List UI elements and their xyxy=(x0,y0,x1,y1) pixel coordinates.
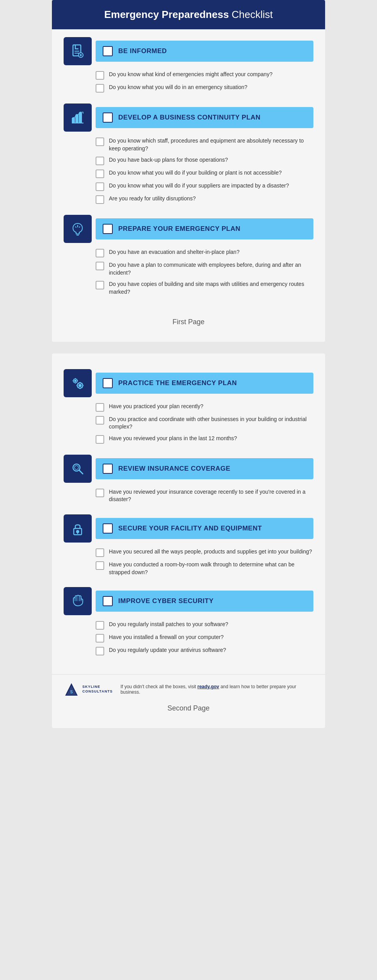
item-checkbox[interactable] xyxy=(96,71,104,80)
item-text: Do you have back-up plans for those oper… xyxy=(109,156,228,164)
item-text: Do you know what you will do if your sup… xyxy=(109,182,289,190)
section-title-bar: DEVELOP A BUSINESS CONTINUITY PLAN xyxy=(96,107,313,128)
be-informed-icon-box xyxy=(64,37,92,65)
item-text: Have you reviewed your plans in the last… xyxy=(109,435,237,443)
item-text: Do you know what you will do in an emerg… xyxy=(109,84,247,91)
section-title: PRACTICE THE EMERGENCY PLAN xyxy=(118,379,237,387)
section-header: PREPARE YOUR EMERGENCY PLAN xyxy=(64,215,313,243)
section-checkbox[interactable] xyxy=(103,224,113,234)
section-title-bar: IMPROVE CYBER SECURITY xyxy=(96,591,313,612)
section-header: SECURE YOUR FACILITY AND EQUIPMENT xyxy=(64,514,313,543)
item-checkbox[interactable] xyxy=(96,170,104,178)
section-title-bar: PREPARE YOUR EMERGENCY PLAN xyxy=(96,218,313,239)
page-content: BE INFORMED Do you know what kind of eme… xyxy=(52,29,325,311)
item-text: Do you have copies of building and site … xyxy=(109,280,313,296)
item-checkbox[interactable] xyxy=(96,416,104,425)
list-item: Are you ready for utility disruptions? xyxy=(96,195,313,204)
list-item: Do you know what you will do if your bui… xyxy=(96,169,313,178)
item-checkbox[interactable] xyxy=(96,403,104,412)
list-item: Have you secured all the ways people, pr… xyxy=(96,548,313,557)
svg-point-9 xyxy=(73,118,74,119)
section-header: DEVELOP A BUSINESS CONTINUITY PLAN xyxy=(64,104,313,132)
list-item: Do you know what you will do in an emerg… xyxy=(96,84,313,93)
emergency-plan-icon-box xyxy=(64,215,92,243)
company-name: SKYLINE CONSULTANTS xyxy=(82,685,113,694)
section-checkbox[interactable] xyxy=(103,378,113,388)
ready-gov-link[interactable]: ready.gov xyxy=(197,684,219,689)
item-text: Do you know what you will do if your bui… xyxy=(109,169,282,177)
item-checkbox[interactable] xyxy=(96,84,104,93)
svg-point-42 xyxy=(76,530,79,533)
item-text: Do you regularly update your antivirus s… xyxy=(109,646,226,654)
section-business-continuity: DEVELOP A BUSINESS CONTINUITY PLAN Do yo… xyxy=(64,104,313,204)
section-be-informed: BE INFORMED Do you know what kind of eme… xyxy=(64,37,313,93)
section-checkbox[interactable] xyxy=(103,523,113,534)
checklist-items: Have you practiced your plan recently? D… xyxy=(64,403,313,444)
section-title-bar: PRACTICE THE EMERGENCY PLAN xyxy=(96,373,313,394)
page-footer: S SKYLINE CONSULTANTS If you didn't chec… xyxy=(52,674,325,697)
section-title-bar: SECURE YOUR FACILITY AND EQUIPMENT xyxy=(96,518,313,539)
item-checkbox[interactable] xyxy=(96,195,104,204)
section-cyber-security: IMPROVE CYBER SECURITY Do you regularly … xyxy=(64,587,313,655)
item-text: Have you secured all the ways people, pr… xyxy=(109,548,312,556)
list-item: Do you know what kind of emergencies mig… xyxy=(96,71,313,80)
list-item: Have you installed a firewall on your co… xyxy=(96,634,313,643)
document-icon xyxy=(70,43,85,59)
item-checkbox[interactable] xyxy=(96,435,104,444)
checklist-items: Do you have an evacuation and shelter-in… xyxy=(64,248,313,296)
svg-line-26 xyxy=(76,379,77,380)
page-title: Emergency Preparedness Checklist xyxy=(64,9,313,21)
svg-line-16 xyxy=(75,227,76,228)
business-continuity-icon-box xyxy=(64,104,92,132)
item-checkbox[interactable] xyxy=(96,489,104,497)
checklist-items: Do you know what kind of emergencies mig… xyxy=(64,71,313,93)
list-item: Do you practice and coordinate with othe… xyxy=(96,416,313,431)
list-item: Do you have copies of building and site … xyxy=(96,280,313,296)
section-header: PRACTICE THE EMERGENCY PLAN xyxy=(64,369,313,397)
item-checkbox[interactable] xyxy=(96,157,104,165)
chart-icon xyxy=(70,110,85,125)
item-checkbox[interactable] xyxy=(96,281,104,289)
svg-line-17 xyxy=(79,227,80,228)
list-item: Do you regularly install patches to your… xyxy=(96,621,313,630)
list-item: Do you know what you will do if your sup… xyxy=(96,182,313,191)
page-2: PRACTICE THE EMERGENCY PLAN Have you pra… xyxy=(52,353,325,728)
section-checkbox[interactable] xyxy=(103,46,113,56)
item-checkbox[interactable] xyxy=(96,647,104,655)
page-label: First Page xyxy=(52,311,325,330)
item-checkbox[interactable] xyxy=(96,548,104,557)
svg-point-39 xyxy=(75,466,78,469)
section-checkbox[interactable] xyxy=(103,112,113,123)
section-checkbox[interactable] xyxy=(103,596,113,606)
list-item: Have you reviewed your insurance coverag… xyxy=(96,488,313,503)
section-title: IMPROVE CYBER SECURITY xyxy=(118,597,213,605)
practice-plan-icon-box xyxy=(64,369,92,397)
svg-rect-8 xyxy=(79,113,82,123)
item-checkbox[interactable] xyxy=(96,182,104,191)
svg-line-40 xyxy=(79,470,83,474)
svg-text:S: S xyxy=(70,690,73,694)
section-header: BE INFORMED xyxy=(64,37,313,65)
section-emergency-plan: PREPARE YOUR EMERGENCY PLAN Do you have … xyxy=(64,215,313,296)
item-text: Do you know what kind of emergencies mig… xyxy=(109,71,272,79)
svg-line-24 xyxy=(74,379,75,380)
item-text: Do you regularly install patches to your… xyxy=(109,621,228,628)
item-checkbox[interactable] xyxy=(96,634,104,643)
item-checkbox[interactable] xyxy=(96,262,104,270)
section-checkbox[interactable] xyxy=(103,464,113,474)
list-item: Do you regularly update your antivirus s… xyxy=(96,646,313,655)
footer-text: If you didn't check all the boxes, visit… xyxy=(121,684,313,695)
insurance-icon-box xyxy=(64,455,92,483)
list-item: Have you reviewed your plans in the last… xyxy=(96,435,313,444)
item-checkbox[interactable] xyxy=(96,621,104,630)
section-title-bar: BE INFORMED xyxy=(96,41,313,62)
item-text: Do you know which staff, procedures and … xyxy=(109,137,313,152)
item-checkbox[interactable] xyxy=(96,137,104,146)
item-checkbox[interactable] xyxy=(96,561,104,570)
checklist-items: Have you reviewed your insurance coverag… xyxy=(64,488,313,503)
section-secure-facility: SECURE YOUR FACILITY AND EQUIPMENT Have … xyxy=(64,514,313,576)
item-text: Do you have a plan to communicate with e… xyxy=(109,261,313,277)
item-text: Have you conducted a room-by-room walk t… xyxy=(109,561,313,576)
item-checkbox[interactable] xyxy=(96,249,104,257)
item-text: Have you installed a firewall on your co… xyxy=(109,634,224,641)
